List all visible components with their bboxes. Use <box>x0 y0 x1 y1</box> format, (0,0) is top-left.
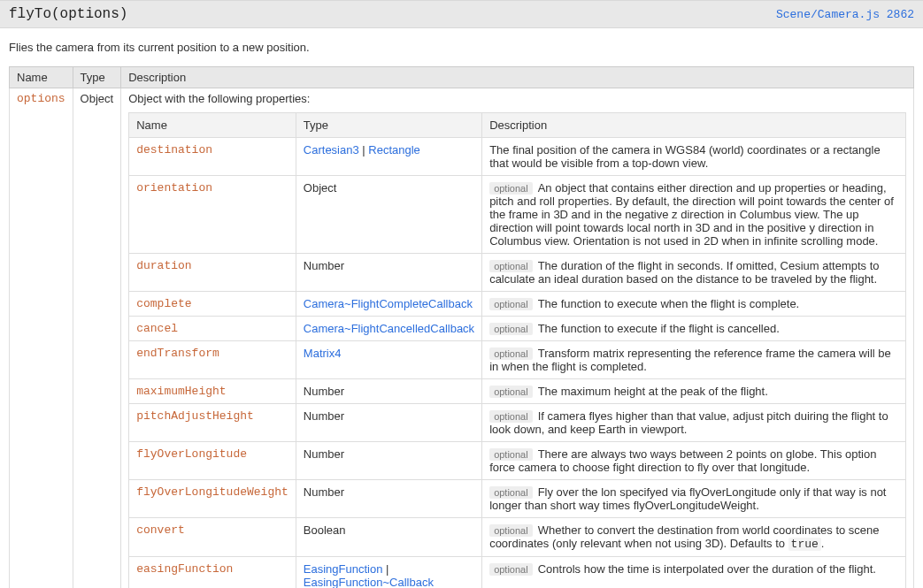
prop-name: flyOverLongitude <box>129 442 296 480</box>
prop-row-flyoverlongitudeweight: flyOverLongitudeWeight Number optionalFl… <box>129 480 906 518</box>
prop-type: Matrix4 <box>296 341 481 379</box>
prop-desc: optionalTransform matrix representing th… <box>482 341 906 379</box>
prop-type: Boolean <box>296 518 481 557</box>
prop-name: endTransform <box>129 341 296 379</box>
prop-type: Number <box>296 254 481 292</box>
optional-badge: optional <box>489 260 533 272</box>
col-desc: Description <box>121 67 914 88</box>
type-link-flightcompletecallback[interactable]: Camera~FlightCompleteCallback <box>304 297 473 310</box>
type-link-easingfunction[interactable]: EasingFunction <box>304 562 383 576</box>
prop-name: destination <box>129 138 296 176</box>
prop-row-cancel: cancel Camera~FlightCancelledCallback op… <box>129 317 906 341</box>
prop-type: EasingFunction | EasingFunction~Callback <box>296 557 481 589</box>
options-properties-table: Name Type Description destination Cartes… <box>128 112 906 588</box>
prop-desc: optionalFly over the lon specifyed via f… <box>482 480 906 518</box>
optional-badge: optional <box>489 448 533 461</box>
prop-desc: optionalThe function to execute if the f… <box>482 317 906 341</box>
prop-name: easingFunction <box>129 557 296 589</box>
col-type: Type <box>73 67 121 88</box>
prop-row-maximumheight: maximumHeight Number optionalThe maximum… <box>129 379 906 404</box>
optional-badge: optional <box>489 486 533 499</box>
col-name: Name <box>10 67 73 88</box>
prop-row-pitchadjustheight: pitchAdjustHeight Number optionalIf came… <box>129 404 906 442</box>
prop-type: Camera~FlightCancelledCallback <box>296 317 481 341</box>
method-signature: flyTo(options) <box>9 6 127 22</box>
prop-type: Number <box>296 480 481 518</box>
prop-name: orientation <box>129 176 296 254</box>
inner-col-desc: Description <box>482 113 906 138</box>
type-link-easingfunction-callback[interactable]: EasingFunction~Callback <box>304 576 434 588</box>
prop-desc: optionalControls how the time is interpo… <box>482 557 906 589</box>
prop-name: flyOverLongitudeWeight <box>129 480 296 518</box>
param-type: Object <box>73 88 121 589</box>
prop-type: Number <box>296 442 481 480</box>
prop-row-duration: duration Number optionalThe duration of … <box>129 254 906 292</box>
prop-type: Camera~FlightCompleteCallback <box>296 292 481 317</box>
prop-desc: The final position of the camera in WGS8… <box>482 138 906 176</box>
prop-row-endtransform: endTransform Matrix4 optionalTransform m… <box>129 341 906 379</box>
source-link[interactable]: Scene/Camera.js 2862 <box>776 8 914 21</box>
type-link-flightcancelledcallback[interactable]: Camera~FlightCancelledCallback <box>304 322 474 335</box>
prop-type: Number <box>296 404 481 442</box>
type-link-matrix4[interactable]: Matrix4 <box>304 347 342 360</box>
optional-badge: optional <box>489 524 533 537</box>
default-true-code: true <box>788 538 821 551</box>
prop-name: cancel <box>129 317 296 341</box>
prop-row-convert: convert Boolean optionalWhether to conve… <box>129 518 906 557</box>
prop-row-orientation: orientation Object optionalAn object tha… <box>129 176 906 254</box>
prop-desc: optionalIf camera flyes higher than that… <box>482 404 906 442</box>
options-intro: Object with the following properties: <box>128 92 906 107</box>
prop-desc: optionalThe duration of the flight in se… <box>482 254 906 292</box>
optional-badge: optional <box>489 323 533 335</box>
params-table: Name Type Description options Object Obj… <box>9 66 914 588</box>
prop-row-flyoverlongitude: flyOverLongitude Number optionalThere ar… <box>129 442 906 480</box>
inner-col-name: Name <box>129 113 296 138</box>
optional-badge: optional <box>489 410 533 423</box>
prop-row-destination: destination Cartesian3 | Rectangle The f… <box>129 138 906 176</box>
type-link-cartesian3[interactable]: Cartesian3 <box>304 143 359 157</box>
prop-name: maximumHeight <box>129 379 296 404</box>
param-desc-cell: Object with the following properties: Na… <box>121 88 914 589</box>
prop-row-complete: complete Camera~FlightCompleteCallback o… <box>129 292 906 317</box>
prop-desc: optionalAn object that contains either d… <box>482 176 906 254</box>
prop-name: convert <box>129 518 296 557</box>
method-header: flyTo(options) Scene/Camera.js 2862 <box>0 0 923 28</box>
prop-desc: optionalWhether to convert the destinati… <box>482 518 906 557</box>
param-name: options <box>10 88 73 589</box>
prop-desc: optionalThere are always two ways betwee… <box>482 442 906 480</box>
prop-name: complete <box>129 292 296 317</box>
prop-row-easingfunction: easingFunction EasingFunction | EasingFu… <box>129 557 906 589</box>
prop-name: pitchAdjustHeight <box>129 404 296 442</box>
optional-badge: optional <box>489 563 533 576</box>
prop-desc: optionalThe function to execute when the… <box>482 292 906 317</box>
param-row-options: options Object Object with the following… <box>10 88 914 589</box>
prop-type: Object <box>296 176 481 254</box>
optional-badge: optional <box>489 298 533 310</box>
optional-badge: optional <box>489 386 533 398</box>
type-link-rectangle[interactable]: Rectangle <box>368 143 420 157</box>
prop-desc: optionalThe maximum height at the peak o… <box>482 379 906 404</box>
prop-name: duration <box>129 254 296 292</box>
optional-badge: optional <box>489 182 533 195</box>
optional-badge: optional <box>489 347 533 360</box>
method-description: Flies the camera from its current positi… <box>0 28 923 66</box>
prop-type: Number <box>296 379 481 404</box>
inner-col-type: Type <box>296 113 481 138</box>
prop-type: Cartesian3 | Rectangle <box>296 138 481 176</box>
